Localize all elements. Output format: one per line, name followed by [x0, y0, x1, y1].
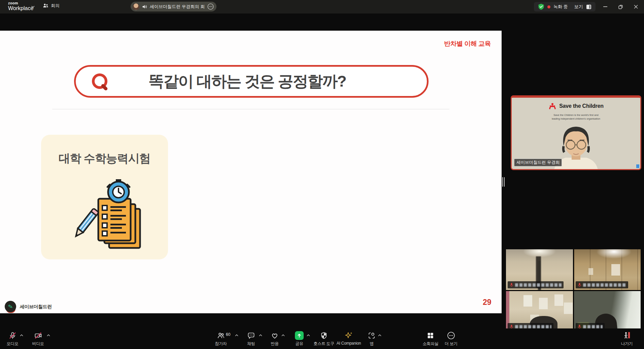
minimize-button[interactable] — [600, 2, 610, 11]
apps-options-chevron[interactable] — [378, 334, 382, 337]
meeting-tab[interactable]: 세이브더칠드런 우경희의 회 — [131, 2, 216, 11]
host-tools-shield-icon — [320, 331, 328, 340]
more-button[interactable]: 더 보기 — [445, 331, 457, 347]
meeting-menu-button[interactable]: 회의 — [43, 3, 60, 9]
reactions-button[interactable]: 반응 — [270, 331, 279, 347]
logo-text-workplace: Workplace — [8, 6, 33, 11]
slide-search-graphic: 똑같이 대하는 것은 공정할까? — [74, 65, 429, 98]
shared-screen-slide: 반차별 이해 교육 똑같이 대하는 것은 공정할까? 대학 수학능력시험 — [0, 31, 502, 313]
audio-button[interactable]: 오디오 — [6, 331, 18, 347]
slide-header-badge: 반차별 이해 교육 — [444, 39, 491, 48]
restore-button[interactable] — [615, 2, 625, 11]
zoom-meeting-window: zoom Workplace 회의 세이브더칠드런 우경희의 회 녹화 중 보기… — [0, 0, 644, 349]
security-shield-icon[interactable] — [538, 3, 544, 10]
chat-options-chevron[interactable] — [259, 334, 263, 337]
breakout-rooms-button[interactable]: 소회의실 — [423, 331, 439, 347]
chat-button[interactable]: 채팅 — [247, 331, 256, 347]
reactions-options-chevron[interactable] — [281, 334, 285, 337]
breakout-grid-icon — [427, 331, 435, 340]
participants-options-chevron[interactable] — [235, 334, 239, 337]
share-options-chevron[interactable] — [307, 334, 310, 337]
speaker-icon — [142, 4, 147, 9]
save-the-children-logo-icon — [548, 102, 556, 110]
exam-card: 대학 수학능력시험 — [41, 135, 168, 259]
participant-name-tag — [508, 281, 564, 288]
panel-resize-handle-blue[interactable] — [636, 164, 639, 168]
people-icon — [43, 3, 48, 8]
brand-logo: ✎ — [5, 301, 17, 313]
brand-text: Save the Children — [559, 103, 604, 109]
participant-name-tag — [576, 281, 628, 288]
chevron-down-icon[interactable] — [31, 5, 35, 8]
apps-button[interactable]: 앱 — [367, 331, 376, 347]
panel-resize-handle[interactable] — [502, 177, 506, 187]
slide-question-text: 똑같이 대하는 것은 공정할까? — [108, 71, 386, 92]
avatar — [133, 3, 139, 10]
video-muted-icon — [34, 331, 42, 340]
mic-muted-icon — [8, 331, 16, 340]
chat-icon — [247, 331, 255, 340]
brand-tagline: Save the Children is the world's first a… — [512, 113, 640, 121]
participants-count-badge: 60 — [226, 332, 230, 337]
muted-mic-icon — [578, 283, 581, 287]
zoom-workplace-logo[interactable]: zoom Workplace — [8, 1, 33, 11]
participants-icon — [217, 331, 225, 340]
exam-illustration — [65, 174, 145, 254]
ai-companion-button[interactable]: AI Companion — [337, 331, 361, 346]
window-titlebar: zoom Workplace 회의 세이브더칠드런 우경희의 회 녹화 중 보기 — [0, 0, 644, 13]
muted-mic-icon — [510, 283, 513, 287]
meeting-toolbar: 오디오 비디오 참가자 60 채팅 반응 공유 — [0, 328, 644, 349]
exam-card-title: 대학 수학능력시험 — [41, 151, 168, 166]
slide-page-number: 29 — [483, 298, 492, 307]
participant-tile[interactable] — [506, 249, 573, 290]
search-icon — [92, 73, 108, 90]
apps-icon — [368, 331, 376, 340]
active-speaker-video[interactable]: Save the Children Save the Children is t… — [511, 95, 641, 170]
share-icon — [295, 331, 304, 340]
presenter-name-tag: 세이브더칠드런 우경희 — [514, 159, 562, 166]
participant-tile[interactable] — [574, 249, 641, 290]
logo-text-zoom: zoom — [8, 1, 33, 5]
host-tools-button[interactable]: 호스트 도구 — [313, 331, 334, 347]
brand-name: 세이브더칠드런 — [20, 304, 52, 310]
meeting-status-pill: 녹화 중 보기 — [534, 2, 596, 11]
view-label[interactable]: 보기 — [574, 4, 583, 10]
participant-tile[interactable] — [506, 291, 573, 332]
save-the-children-header: Save the Children — [512, 102, 640, 110]
audio-options-chevron[interactable] — [20, 334, 24, 337]
participant-video-grid — [506, 249, 641, 332]
pencil-icon: ✎ — [5, 301, 16, 312]
sparkles-icon — [344, 331, 353, 340]
recording-dot — [547, 5, 550, 8]
leave-meeting-icon — [622, 331, 631, 340]
video-options-chevron[interactable] — [47, 334, 50, 337]
ellipsis-circle-icon[interactable] — [207, 3, 214, 10]
participants-button[interactable]: 참가자 — [215, 331, 227, 347]
gallery-view-icon[interactable] — [586, 4, 591, 9]
slide-divider — [52, 109, 449, 109]
recording-label[interactable]: 녹화 중 — [553, 4, 568, 10]
more-ellipsis-icon — [447, 331, 455, 340]
share-screen-button[interactable]: 공유 — [295, 331, 304, 347]
leave-button[interactable]: 나가기 — [621, 331, 633, 347]
participant-tile[interactable] — [574, 291, 641, 332]
video-button[interactable]: 비디오 — [32, 331, 44, 347]
meeting-menu-label: 회의 — [51, 3, 60, 9]
close-button[interactable] — [631, 2, 641, 11]
meeting-tab-title: 세이브더칠드런 우경희의 회 — [150, 4, 205, 10]
slide-footer-brand: ✎ 세이브더칠드런 — [5, 301, 52, 313]
heart-icon — [271, 331, 279, 340]
